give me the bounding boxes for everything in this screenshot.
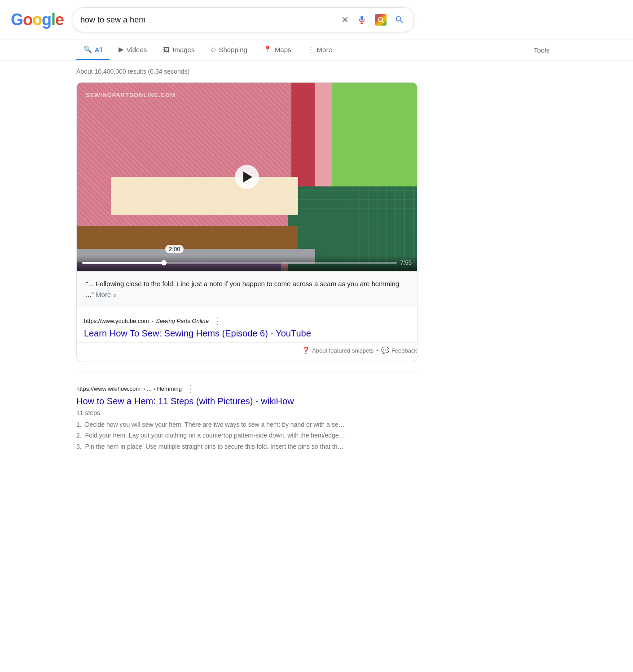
list-item: 2. Fold your hem. Lay out your clothing …: [76, 430, 418, 441]
more-options-button[interactable]: ⋮: [211, 316, 224, 325]
tab-shopping-label: Shopping: [219, 46, 247, 53]
chevron-down-icon: ∨: [113, 292, 117, 298]
tab-videos-label: Videos: [127, 46, 147, 53]
progress-fill: [82, 262, 164, 264]
snippet-text: "... Following close to the fold. Line j…: [86, 280, 399, 298]
steps-list: 1. Decide how you will sew your hem. The…: [76, 419, 418, 452]
url-separator: ·: [152, 318, 154, 324]
header: G o o g l e ✕: [0, 0, 633, 40]
tab-more-label: More: [317, 46, 332, 53]
videos-tab-icon: ▶: [119, 45, 124, 53]
voice-search-button[interactable]: [355, 13, 369, 27]
tools-button[interactable]: Tools: [527, 41, 557, 59]
results-info: About 10,400,000 results (0.34 seconds): [76, 68, 418, 75]
about-featured-snippets[interactable]: ❓ About featured snippets: [302, 346, 374, 354]
wikihow-title-link[interactable]: How to Sew a Hem: 11 Steps (with Picture…: [76, 395, 418, 407]
play-triangle-icon: [243, 172, 252, 182]
shopping-tab-icon: ◇: [211, 45, 216, 53]
search-input[interactable]: [80, 15, 335, 25]
wikihow-result: https://www.wikihow.com › ... › Hemming …: [76, 371, 418, 459]
svg-point-0: [378, 18, 382, 22]
maps-tab-icon: 📍: [264, 45, 272, 53]
lens-icon: [375, 14, 387, 26]
video-watermark: SEWINGPARTSONLINE.COM: [86, 92, 176, 98]
feedback-icon: 💬: [381, 346, 390, 354]
search-icons: ✕: [339, 12, 406, 27]
main-content: About 10,400,000 results (0.34 seconds) …: [0, 61, 494, 466]
feedback-label: Feedback: [391, 347, 417, 354]
fabric-cream: [111, 177, 298, 215]
wikihow-meta: https://www.wikihow.com › ... › Hemming …: [76, 379, 418, 395]
result-source: Sewing Parts Online: [156, 318, 209, 324]
tab-more[interactable]: ⋮ More: [300, 40, 339, 60]
steps-count: 11 steps: [76, 409, 418, 416]
step-num-3: 3.: [76, 443, 82, 450]
step-text-3: Pin the hem in place. Use multiple strai…: [85, 443, 344, 450]
progress-marker: [160, 262, 167, 265]
feedback-row: ❓ About featured snippets • 💬 Feedback: [77, 342, 417, 362]
svg-line-1: [382, 21, 384, 23]
step-num-2: 2.: [76, 432, 82, 439]
tab-all-label: All: [95, 46, 102, 53]
tab-images[interactable]: 🖼 Images: [156, 40, 202, 60]
tab-maps[interactable]: 📍 Maps: [256, 40, 299, 60]
list-item: 3. Pin the hem in place. Use multiple st…: [76, 441, 418, 452]
result-meta: https://www.youtube.com · Sewing Parts O…: [84, 311, 410, 327]
question-circle-icon: ❓: [302, 346, 310, 354]
more-tab-icon: ⋮: [308, 45, 314, 53]
clear-button[interactable]: ✕: [339, 13, 351, 27]
feedback-separator: •: [376, 347, 378, 354]
step-text-2: Fold your hem. Lay out your clothing on …: [85, 432, 345, 439]
list-item: 1. Decide how you will sew your hem. The…: [76, 419, 418, 430]
search-bar[interactable]: ✕: [73, 7, 414, 32]
snippet-text-area: "... Following close to the fold. Line j…: [77, 271, 417, 307]
lens-button[interactable]: [373, 12, 388, 27]
mic-icon: [357, 15, 367, 25]
wikihow-more-options-button[interactable]: ⋮: [185, 384, 197, 393]
progress-bar[interactable]: 7:55: [82, 259, 412, 266]
tab-all[interactable]: 🔍 All: [76, 40, 110, 60]
logo-o2: o: [32, 10, 42, 29]
result-meta-area: https://www.youtube.com · Sewing Parts O…: [77, 307, 417, 340]
tab-images-label: Images: [172, 46, 194, 53]
wikihow-breadcrumb: › ... › Hemming: [143, 385, 182, 392]
tab-videos[interactable]: ▶ Videos: [111, 40, 154, 60]
google-logo: G o o g l e: [11, 10, 64, 29]
featured-snippet: SEWINGPARTSONLINE.COM 2:00 7:55: [76, 82, 418, 362]
search-submit-button[interactable]: [393, 13, 406, 27]
more-label: More: [96, 291, 111, 298]
current-time-badge: 2:00: [165, 245, 184, 253]
video-duration: 7:55: [400, 259, 412, 266]
fabric-hearts: [77, 83, 298, 243]
logo-l: l: [51, 10, 55, 29]
logo-g2: g: [42, 10, 51, 29]
result-title-link[interactable]: Learn How To Sew: Sewing Hems (Episode 6…: [84, 327, 410, 340]
result-url: https://www.youtube.com: [84, 318, 149, 324]
logo-g: G: [11, 10, 23, 29]
all-tab-icon: 🔍: [84, 45, 92, 53]
video-controls: 7:55: [77, 256, 417, 271]
images-tab-icon: 🖼: [163, 46, 170, 53]
video-container[interactable]: SEWINGPARTSONLINE.COM 2:00 7:55: [77, 83, 417, 271]
fabric-brown: [77, 226, 298, 248]
step-num-1: 1.: [76, 421, 82, 428]
navigation-tabs: 🔍 All ▶ Videos 🖼 Images ◇ Shopping 📍 Map…: [0, 40, 633, 61]
wikihow-url: https://www.wikihow.com: [76, 385, 141, 392]
logo-e: e: [55, 10, 64, 29]
step-text-1: Decide how you will sew your hem. There …: [85, 421, 345, 428]
search-icon: [395, 15, 404, 25]
progress-track: [82, 262, 397, 264]
logo-o1: o: [23, 10, 32, 29]
tab-maps-label: Maps: [275, 46, 291, 53]
about-snippets-label: About featured snippets: [312, 347, 374, 354]
more-button[interactable]: More ∨: [96, 291, 117, 298]
feedback-button[interactable]: 💬 Feedback: [381, 346, 417, 354]
play-button[interactable]: [235, 165, 259, 189]
tab-shopping[interactable]: ◇ Shopping: [203, 40, 254, 60]
